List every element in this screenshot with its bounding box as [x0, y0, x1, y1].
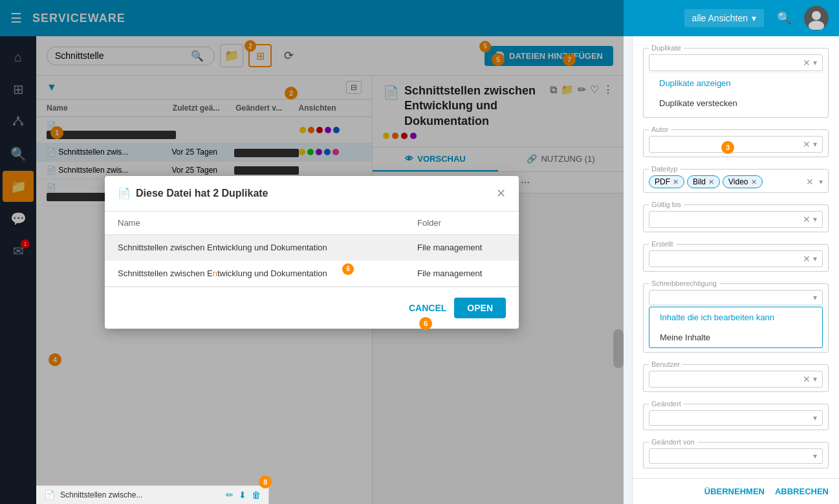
filter-gueltig-select[interactable]: ✕ ▾ — [649, 211, 823, 228]
avatar[interactable] — [804, 6, 829, 30]
filter-erstellt-select[interactable]: ✕ ▾ — [649, 250, 823, 267]
filter-erstellt-clear[interactable]: ✕ — [803, 254, 811, 264]
filter-autor-dropdown-icon[interactable]: ▾ — [813, 140, 817, 149]
duplikate-dropdown-menu: Duplikate anzeigen Duplikate verstecken — [649, 72, 823, 113]
right-filter-panel: ▼ Filterauswahl ✕ Duplikate ✕ ▾ Duplikat… — [632, 0, 839, 504]
filter-section-geaendert-von: Geändert von ▾ — [643, 438, 829, 468]
filter-erstellt-dropdown-icon[interactable]: ▾ — [813, 254, 817, 263]
modal-file-name-2: Schnittstellen zwischen Entwicklung und … — [105, 260, 404, 286]
modal-footer: CANCEL OPEN — [105, 287, 519, 329]
filter-benutzer-clear[interactable]: ✕ — [803, 374, 811, 384]
filter-gueltig-clear[interactable]: ✕ — [803, 214, 811, 225]
tag-bild-remove[interactable]: ✕ — [708, 178, 714, 186]
bottom-file-icon: 📄 — [44, 490, 55, 500]
dropdown-item-verstecken[interactable]: Duplikate verstecken — [649, 93, 823, 113]
nav-search-icon[interactable]: 🔍 — [777, 11, 791, 25]
filter-section-dateityp: Dateityp PDF ✕ Bild ✕ Video ✕ ✕ ▾ — [643, 165, 829, 193]
filter-section-gueltig: Gültig bis ✕ ▾ — [643, 201, 829, 232]
filter-geaendert-von-select[interactable]: ▾ — [649, 448, 823, 464]
filter-content: Duplikate ✕ ▾ Duplikate anzeigen Duplika… — [633, 36, 839, 478]
bottom-delete-button[interactable]: 🗑 — [252, 490, 261, 500]
modal-doc-icon: 📄 — [118, 187, 131, 199]
schreib-dropdown-menu: Inhalte die ich bearbeiten kann Meine In… — [649, 307, 823, 348]
modal-close-button[interactable]: ✕ — [496, 186, 506, 201]
nav-center: alle Ansichten ▾ 🔍 — [684, 6, 829, 30]
filter-label-schreib: Schreibberechtigung — [649, 279, 719, 287]
table-row[interactable]: Schnittstellen zwischen Entwicklung und … — [105, 260, 519, 286]
filter-label-geaendert-von: Geändert von — [649, 438, 697, 446]
filter-section-duplikate: Duplikate ✕ ▾ Duplikate anzeigen Duplika… — [643, 44, 829, 118]
modal-overlay: 📄 Diese Datei hat 2 Duplikate ✕ Name Fol… — [0, 0, 624, 504]
modal-folder-1: File management — [404, 234, 519, 260]
filter-schreib-dropdown-icon[interactable]: ▾ — [813, 293, 817, 302]
filter-dateityp-tags: PDF ✕ Bild ✕ Video ✕ — [649, 175, 763, 188]
filter-gueltig-dropdown-icon[interactable]: ▾ — [813, 215, 817, 224]
filter-geaendert-dropdown-icon[interactable]: ▾ — [813, 413, 817, 422]
number-badge-6: 6 — [419, 317, 432, 330]
bottom-edit-button[interactable]: ✏ — [226, 490, 234, 500]
filter-autor-select[interactable]: ✕ ▾ — [649, 136, 823, 153]
filter-geaendert-von-dropdown-icon[interactable]: ▾ — [813, 452, 817, 461]
tag-pdf-remove[interactable]: ✕ — [673, 178, 679, 186]
modal-table: Name Folder Schnittstellen zwischen Entw… — [105, 212, 519, 287]
duplicates-modal: 📄 Diese Datei hat 2 Duplikate ✕ Name Fol… — [105, 176, 519, 329]
filter-label-erstellt: Erstellt — [649, 240, 676, 248]
filter-label-autor: Autor — [649, 126, 671, 133]
bottom-download-button[interactable]: ⬇ — [239, 490, 246, 500]
number-badge-8: 8 — [259, 476, 272, 488]
modal-col-name: Name — [105, 212, 404, 235]
filter-label-geaendert: Geändert — [649, 400, 684, 408]
filter-benutzer-select[interactable]: ✕ ▾ — [649, 371, 823, 388]
filter-dateityp-clear[interactable]: ✕ — [806, 177, 814, 187]
filter-label-duplikate: Duplikate — [649, 44, 684, 52]
filter-duplikate-select[interactable]: ✕ ▾ — [649, 54, 823, 71]
bottom-file-name: Schnittstellen zwische... — [60, 490, 221, 499]
tag-pdf: PDF ✕ — [649, 175, 684, 188]
filter-cancel-button[interactable]: ABBRECHEN — [775, 487, 829, 496]
modal-table-header-row: Name Folder — [105, 212, 519, 235]
filter-apply-button[interactable]: ÜBERNEHMEN — [704, 487, 765, 496]
dropdown-item-meine[interactable]: Meine Inhalte — [649, 327, 822, 347]
filter-section-erstellt: Erstellt ✕ ▾ — [643, 240, 829, 272]
modal-col-folder: Folder — [404, 212, 519, 235]
filter-section-schreib: Schreibberechtigung ▾ Inhalte die ich be… — [643, 279, 829, 353]
filter-label-benutzer: Benutzer — [649, 360, 682, 368]
filter-section-benutzer: Benutzer ✕ ▾ — [643, 360, 829, 392]
svg-point-1 — [809, 21, 824, 30]
modal-cancel-button[interactable]: CANCEL — [409, 298, 446, 318]
modal-open-button[interactable]: OPEN — [454, 298, 506, 318]
tag-video: Video ✕ — [723, 175, 762, 188]
svg-point-0 — [812, 11, 821, 20]
filter-geaendert-select[interactable]: ▾ — [649, 410, 823, 426]
filter-duplikate-dropdown-icon[interactable]: ▾ — [813, 58, 817, 67]
bottom-bar: 📄 Schnittstellen zwische... ✏ ⬇ 🗑 — [36, 485, 269, 504]
dropdown-arrow-icon: ▾ — [752, 13, 756, 23]
modal-title: 📄 Diese Datei hat 2 Duplikate — [118, 187, 496, 199]
modal-header: 📄 Diese Datei hat 2 Duplikate ✕ — [105, 176, 519, 212]
filter-benutzer-dropdown-icon[interactable]: ▾ — [813, 375, 817, 384]
filter-autor-clear[interactable]: ✕ — [803, 139, 811, 149]
filter-schreib-select[interactable]: ▾ — [649, 290, 823, 305]
number-badge-3: 3 — [721, 141, 734, 154]
filter-duplikate-clear[interactable]: ✕ — [803, 58, 811, 68]
filter-section-geaendert: Geändert ▾ — [643, 400, 829, 430]
tag-video-remove[interactable]: ✕ — [751, 178, 757, 186]
dropdown-item-bearbeiten[interactable]: Inhalte die ich bearbeiten kann — [649, 307, 822, 327]
filter-label-gueltig: Gültig bis — [649, 201, 684, 208]
dropdown-item-anzeigen[interactable]: Duplikate anzeigen — [649, 73, 823, 93]
modal-file-name-1: Schnittstellen zwischen Entwicklung und … — [105, 234, 404, 260]
filter-dateityp-dropdown-icon[interactable]: ▾ — [819, 177, 823, 186]
filter-label-dateityp: Dateityp — [649, 165, 680, 173]
filter-section-autor: Autor ✕ ▾ — [643, 126, 829, 157]
table-row[interactable]: Schnittstellen zwischen Entwicklung und … — [105, 234, 519, 260]
filter-bottom-actions: ÜBERNEHMEN ABBRECHEN — [633, 478, 839, 504]
tag-bild: Bild ✕ — [687, 175, 720, 188]
modal-folder-2: File management — [404, 260, 519, 286]
views-dropdown[interactable]: alle Ansichten ▾ — [684, 9, 764, 27]
